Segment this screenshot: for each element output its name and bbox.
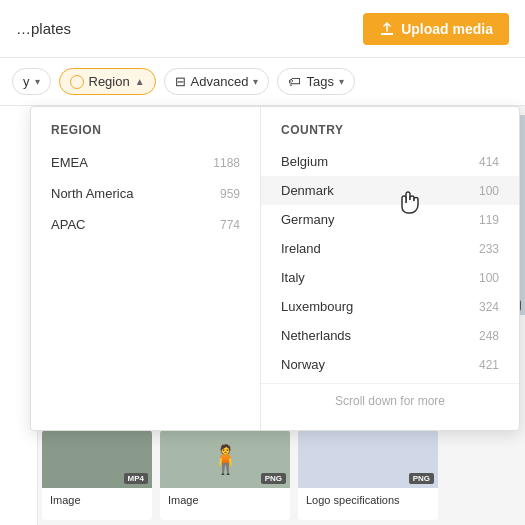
country-belgium-label: Belgium bbox=[281, 154, 328, 169]
region-dropdown: Region EMEA 1188 North America 959 APAC … bbox=[30, 106, 520, 431]
country-netherlands[interactable]: Netherlands 248 bbox=[261, 321, 519, 350]
upload-label: Upload media bbox=[401, 21, 493, 37]
country-italy-count: 100 bbox=[479, 271, 499, 285]
type-filter-button[interactable]: y ▾ bbox=[12, 68, 51, 95]
photo-label: Image bbox=[160, 488, 290, 512]
region-filter-button[interactable]: Region ▲ bbox=[59, 68, 156, 95]
country-germany-count: 119 bbox=[479, 213, 499, 227]
region-north-america-count: 959 bbox=[220, 187, 240, 201]
logo-card: PNG Logo specifications bbox=[298, 430, 438, 520]
region-emea-count: 1188 bbox=[213, 156, 240, 170]
country-germany-label: Germany bbox=[281, 212, 334, 227]
country-ireland-label: Ireland bbox=[281, 241, 321, 256]
region-north-america[interactable]: North America 959 bbox=[31, 178, 260, 209]
filter-bar: y ▾ Region ▲ ⊟ Advanced ▾ 🏷 Tags ▾ bbox=[0, 58, 525, 106]
tag-icon: 🏷 bbox=[288, 74, 301, 89]
scroll-more-hint: Scroll down for more bbox=[261, 383, 519, 418]
region-chevron-icon: ▲ bbox=[135, 76, 145, 87]
country-denmark[interactable]: Denmark 100 bbox=[261, 176, 519, 205]
png-badge: PNG bbox=[261, 473, 286, 484]
country-panel: Country Belgium 414 Denmark 100 Germany … bbox=[261, 107, 519, 430]
tags-filter-label: Tags bbox=[306, 74, 333, 89]
region-column-header: Region bbox=[31, 119, 260, 147]
advanced-filter-button[interactable]: ⊟ Advanced ▾ bbox=[164, 68, 270, 95]
sliders-icon: ⊟ bbox=[175, 74, 186, 89]
region-north-america-label: North America bbox=[51, 186, 133, 201]
page-title: …plates bbox=[16, 20, 71, 37]
logo-thumbnail: PNG bbox=[298, 430, 438, 488]
upload-icon bbox=[379, 21, 395, 37]
region-emea-label: EMEA bbox=[51, 155, 88, 170]
country-belgium[interactable]: Belgium 414 bbox=[261, 147, 519, 176]
country-luxembourg-label: Luxembourg bbox=[281, 299, 353, 314]
country-netherlands-count: 248 bbox=[479, 329, 499, 343]
photo-thumbnail: 🧍 PNG bbox=[160, 430, 290, 488]
photo-card: 🧍 PNG Image bbox=[160, 430, 290, 520]
region-panel: Region EMEA 1188 North America 959 APAC … bbox=[31, 107, 261, 430]
image-thumbnail: MP4 bbox=[42, 430, 152, 488]
type-chevron-icon: ▾ bbox=[35, 76, 40, 87]
region-apac-label: APAC bbox=[51, 217, 85, 232]
region-apac[interactable]: APAC 774 bbox=[31, 209, 260, 240]
country-italy-label: Italy bbox=[281, 270, 305, 285]
tags-chevron-icon: ▾ bbox=[339, 76, 344, 87]
logo-label: Logo specifications bbox=[298, 488, 438, 512]
region-filter-label: Region bbox=[89, 74, 130, 89]
country-ireland[interactable]: Ireland 233 bbox=[261, 234, 519, 263]
country-belgium-count: 414 bbox=[479, 155, 499, 169]
country-luxembourg-count: 324 bbox=[479, 300, 499, 314]
country-luxembourg[interactable]: Luxembourg 324 bbox=[261, 292, 519, 321]
region-apac-count: 774 bbox=[220, 218, 240, 232]
country-norway-label: Norway bbox=[281, 357, 325, 372]
image-label: Image bbox=[42, 488, 152, 512]
country-denmark-label: Denmark bbox=[281, 183, 334, 198]
region-emea[interactable]: EMEA 1188 bbox=[31, 147, 260, 178]
country-norway[interactable]: Norway 421 bbox=[261, 350, 519, 379]
country-netherlands-label: Netherlands bbox=[281, 328, 351, 343]
mp4-badge: MP4 bbox=[124, 473, 148, 484]
country-germany[interactable]: Germany 119 bbox=[261, 205, 519, 234]
type-filter-label: y bbox=[23, 74, 30, 89]
country-ireland-count: 233 bbox=[479, 242, 499, 256]
globe-icon bbox=[70, 75, 84, 89]
image-card: MP4 Image bbox=[42, 430, 152, 520]
header: …plates Upload media bbox=[0, 0, 525, 58]
png2-badge: PNG bbox=[409, 473, 434, 484]
advanced-filter-label: Advanced bbox=[191, 74, 249, 89]
country-italy[interactable]: Italy 100 bbox=[261, 263, 519, 292]
country-column-header: Country bbox=[261, 119, 519, 147]
country-denmark-count: 100 bbox=[479, 184, 499, 198]
country-norway-count: 421 bbox=[479, 358, 499, 372]
upload-media-button[interactable]: Upload media bbox=[363, 13, 509, 45]
advanced-chevron-icon: ▾ bbox=[253, 76, 258, 87]
tags-filter-button[interactable]: 🏷 Tags ▾ bbox=[277, 68, 354, 95]
